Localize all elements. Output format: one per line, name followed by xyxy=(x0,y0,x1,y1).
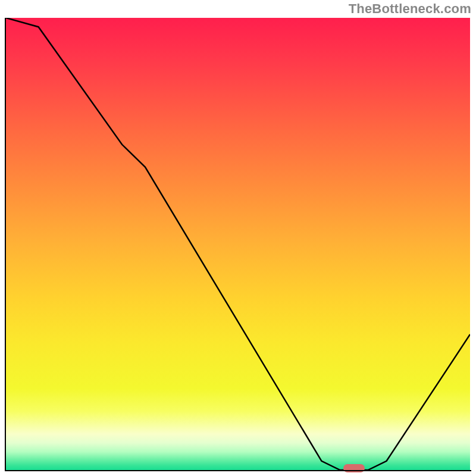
x-axis-line xyxy=(5,470,471,471)
attribution-text: TheBottleneck.com xyxy=(349,1,471,17)
y-axis-line xyxy=(5,18,6,471)
chart-container: TheBottleneck.com xyxy=(0,0,476,476)
bottleneck-curve xyxy=(6,18,470,470)
curve-path xyxy=(6,18,470,470)
plot-area xyxy=(6,18,470,470)
